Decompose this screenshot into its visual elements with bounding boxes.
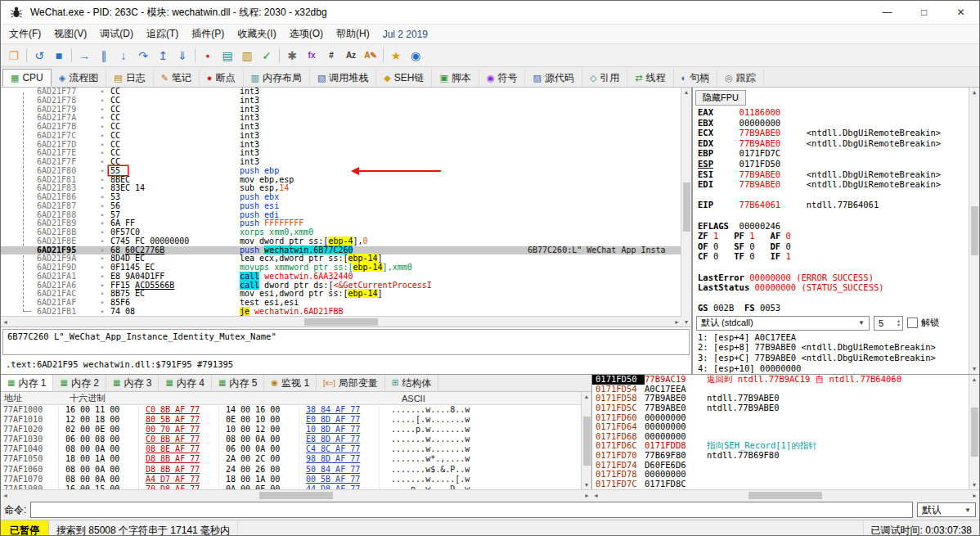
scroll-up-icon[interactable]: ▲ <box>584 394 590 399</box>
scrollbar-thumb[interactable] <box>583 417 591 466</box>
menu-plugins[interactable]: 插件(P) <box>185 25 231 42</box>
register-row[interactable] <box>698 210 969 221</box>
tab-references[interactable]: ◇引用 <box>582 69 627 87</box>
breakpoint-dot-icon[interactable]: • <box>94 158 110 167</box>
tab-memory-map[interactable]: ▥内存布局 <box>244 69 310 87</box>
tab-locals[interactable]: [x=]局部变量 <box>317 375 385 391</box>
close-button[interactable]: ✕ <box>942 1 979 24</box>
menu-view[interactable]: 视图(V) <box>47 25 93 42</box>
scrollbar-thumb[interactable] <box>304 318 378 326</box>
call-argument-row[interactable]: 2: [esp+8] 77B9ABE0 <ntdll.DbgUiRemoteBr… <box>698 342 979 353</box>
dump-row[interactable]: 77AF103006 00 08 00C0 8B AF 7708 00 0A 0… <box>1 435 581 444</box>
tab-dump-5[interactable]: ▦内存 5 <box>212 375 264 391</box>
disasm-row[interactable]: 6AD21F87•56push esi <box>1 202 681 211</box>
disasm-row[interactable]: 6AD21F7B•CCint3 <box>1 123 681 132</box>
disasm-row[interactable]: 6AD21F78•CCint3 <box>1 97 681 106</box>
breakpoint-dot-icon[interactable]: • <box>94 219 110 228</box>
scroll-right-icon[interactable]: ► <box>584 493 590 498</box>
breakpoint-dot-icon[interactable]: • <box>94 308 110 316</box>
stack-row[interactable]: 0171FD7C0171FD8C <box>592 480 969 489</box>
tab-trace[interactable]: ◎跟踪 <box>717 69 764 87</box>
disasm-row[interactable]: 6AD21F7E•CCint3 <box>1 149 681 158</box>
scroll-down-icon[interactable]: ▼ <box>972 482 978 488</box>
tab-struct[interactable]: ⊞结构体 <box>385 375 438 391</box>
log-window-button[interactable]: ▥ <box>237 46 257 65</box>
scroll-right-icon[interactable]: ► <box>972 493 978 498</box>
edit-labels-button[interactable]: A✎ <box>361 46 380 65</box>
patch-bytes-button[interactable]: # <box>321 46 341 65</box>
command-input[interactable] <box>30 502 913 518</box>
breakpoint-dot-icon[interactable]: • <box>94 237 110 246</box>
register-row[interactable]: EBX 00000000 <box>698 118 969 128</box>
scroll-left-icon[interactable]: ◄ <box>2 319 8 325</box>
breakpoint-dot-icon[interactable]: • <box>94 123 110 132</box>
run-button[interactable]: → <box>74 46 94 65</box>
restart-button[interactable]: ↺ <box>29 46 49 65</box>
disasm-row[interactable]: 6AD21FAC•8B75 ECmov esi,dword ptr ss:[eb… <box>1 290 681 299</box>
run-to-user-code-button[interactable]: ⇓ <box>173 46 192 65</box>
step-into-button[interactable]: ↓ <box>114 46 133 65</box>
tab-watch-1[interactable]: ◉监视 1 <box>264 375 317 391</box>
scrollbar-thumb[interactable] <box>683 182 690 232</box>
register-row[interactable] <box>698 262 969 273</box>
assembler-button[interactable]: fx <box>302 46 321 65</box>
breakpoint-dot-icon[interactable]: • <box>94 114 110 123</box>
scroll-down-icon[interactable]: ▼ <box>684 319 690 325</box>
disasm-row[interactable]: 6AD21F7D•CCint3 <box>1 141 681 150</box>
register-row[interactable]: LastStatus 00000000 (STATUS_SUCCESS) <box>698 282 969 293</box>
registers-vscrollbar[interactable]: ▲▼ <box>969 88 979 374</box>
register-row[interactable]: ZF 1 PF 1 AF 0 <box>698 231 969 241</box>
scrollbar-thumb[interactable] <box>748 492 822 499</box>
tab-dump-3[interactable]: ▦内存 3 <box>106 375 159 391</box>
dump-vscrollbar[interactable]: ▲▼ <box>581 392 591 489</box>
tab-graph[interactable]: ◈流程图 <box>52 69 106 87</box>
register-row[interactable]: LastError 00000000 (ERROR_SUCCESS) <box>698 273 969 283</box>
breakpoint-dot-icon[interactable]: • <box>94 263 110 273</box>
tab-handles[interactable]: ◐句柄 <box>674 69 718 87</box>
maximize-button[interactable]: □ <box>906 1 942 24</box>
strings-button[interactable]: Az <box>341 46 361 65</box>
call-argument-row[interactable]: 3: [esp+C] 77B9ABE0 <ntdll.DbgUiRemoteBr… <box>698 353 979 363</box>
register-row[interactable]: EIP 77B64061 ntdll.77B64061 <box>698 200 969 210</box>
dump-row[interactable]: 77AF107008 00 0A 00A4 D7 AF 7718 00 1A 0… <box>1 475 581 484</box>
disasm-row[interactable]: 6AD21F77•CCint3 <box>1 88 681 97</box>
breakpoint-dot-icon[interactable]: • <box>94 176 110 185</box>
unlock-checkbox[interactable] <box>907 318 918 328</box>
disasm-row[interactable]: 6AD21F7C•CCint3 <box>1 132 681 141</box>
breakpoint-dot-icon[interactable]: • <box>94 97 110 106</box>
breakpoint-dot-icon[interactable]: • <box>94 282 110 291</box>
menu-debug[interactable]: 调试(D) <box>93 25 140 42</box>
tab-call-stack[interactable]: ▧调用堆栈 <box>310 69 376 87</box>
tab-notes[interactable]: ✎笔记 <box>154 69 200 87</box>
register-row[interactable]: EAX 01186000 <box>698 107 969 118</box>
scrollbar-thumb[interactable] <box>971 408 978 457</box>
command-profile-select[interactable]: 默认 ▼ <box>917 502 976 517</box>
dump-row[interactable]: 77AF102002 00 0E 0000 70 AF 7710 00 12 0… <box>1 425 581 435</box>
breakpoint-dot-icon[interactable]: • <box>94 88 110 97</box>
disasm-row[interactable]: 6AD21F7F•CCint3 <box>1 158 681 167</box>
spinner-arrows-icon[interactable]: ▲▼ <box>897 319 901 327</box>
register-row[interactable]: GS 002B FS 0053 <box>698 303 969 313</box>
tab-breakpoints[interactable]: ●断点 <box>200 69 244 87</box>
register-row[interactable]: ESP 0171FD50 <box>698 159 969 169</box>
menu-help[interactable]: 帮助(H) <box>330 25 376 42</box>
scroll-up-icon[interactable]: ▲ <box>973 89 976 96</box>
tab-script[interactable]: ▣脚本 <box>432 69 479 87</box>
argument-count-spinner[interactable]: 5 ▲▼ <box>874 316 903 331</box>
stack-hscrollbar[interactable]: ◄► <box>591 489 979 500</box>
memory-map-button[interactable]: ▤ <box>218 46 237 65</box>
breakpoint-dot-icon[interactable]: • <box>94 132 110 141</box>
breakpoint-dot-icon[interactable]: • <box>94 184 110 193</box>
register-row[interactable]: ESI 77B9ABE0 <ntdll.DbgUiRemoteBreakin> <box>698 169 969 180</box>
patches-button[interactable]: ✓ <box>257 46 276 65</box>
tab-source[interactable]: ▨源代码 <box>525 69 582 87</box>
open-file-button[interactable]: ❐ <box>4 46 24 65</box>
register-row[interactable]: EDI 77B9ABE0 <ntdll.DbgUiRemoteBreakin> <box>698 179 969 190</box>
breakpoint-dot-icon[interactable]: • <box>94 106 110 115</box>
tab-seh-chain[interactable]: ◆SEH链 <box>376 69 432 87</box>
disassembly-vscrollbar[interactable]: ▲▼ <box>681 88 691 327</box>
tab-log[interactable]: ▤日志 <box>106 69 153 87</box>
disasm-row[interactable]: 6AD21F89•6A FFpush FFFFFFFF <box>1 219 681 228</box>
register-row[interactable] <box>698 190 969 200</box>
disasm-row[interactable]: 6AD21F88•57push edi <box>1 211 681 220</box>
